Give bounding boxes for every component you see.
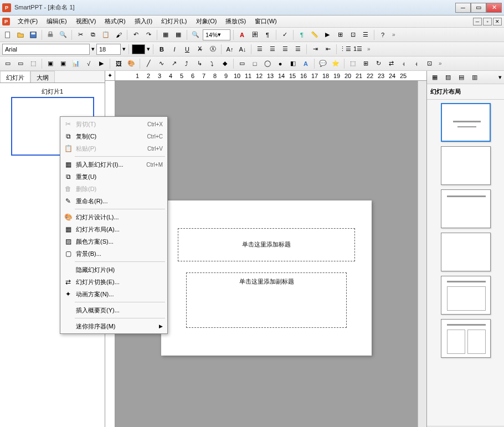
draw-line[interactable]: ╱: [143, 58, 154, 69]
shape-plugin[interactable]: ▣: [58, 58, 69, 69]
minimize-button[interactable]: ─: [455, 3, 471, 13]
shape-frame1[interactable]: ▭: [2, 58, 13, 69]
copy-button[interactable]: ⧉: [88, 29, 99, 40]
subtitle-placeholder[interactable]: 单击这里添加副标题: [186, 272, 347, 328]
shape-chart[interactable]: 📊: [70, 58, 81, 69]
ctx-copy[interactable]: ⧉复制(C)Ctrl+C: [60, 130, 167, 142]
format-painter-button[interactable]: 🖌: [113, 29, 124, 40]
layout-two-content[interactable]: [441, 319, 491, 358]
outline-button[interactable]: ☰: [360, 29, 371, 40]
title-placeholder[interactable]: 单击这里添加标题: [178, 228, 355, 261]
decrease-indent-button[interactable]: ⇤: [322, 44, 333, 55]
draw-connector2[interactable]: ↳: [194, 58, 205, 69]
print-button[interactable]: [45, 29, 56, 40]
taskpane-btn1[interactable]: ▦: [429, 72, 440, 83]
align-center-button[interactable]: ☰: [267, 44, 278, 55]
layout-title-content[interactable]: [441, 276, 491, 315]
shape-media[interactable]: ▶: [96, 58, 107, 69]
insert-table-button[interactable]: ▦: [173, 29, 184, 40]
grid-button[interactable]: ⊞: [335, 29, 346, 40]
shape-text[interactable]: A: [300, 58, 311, 69]
ctx-color-scheme[interactable]: ▨颜色方案(S)...: [60, 235, 167, 248]
font-size-combo[interactable]: 18: [96, 44, 121, 55]
shape-frame3[interactable]: ⬚: [28, 58, 39, 69]
align-button[interactable]: ⫞: [398, 58, 409, 69]
distribute-button[interactable]: ⫞: [411, 58, 422, 69]
align-justify-button[interactable]: ☰: [292, 44, 304, 55]
ctx-duplicate[interactable]: ⧉重复(U): [60, 171, 167, 183]
pilcrow-button[interactable]: ¶: [296, 29, 307, 40]
char-format-button[interactable]: 囲: [249, 29, 260, 40]
draw-connector3[interactable]: ⤵: [207, 58, 218, 69]
taskpane-btn2[interactable]: ▨: [443, 72, 454, 83]
menu-slide[interactable]: 幻灯片(L): [157, 16, 191, 27]
menu-edit[interactable]: 编辑(E): [42, 16, 71, 27]
ctx-insert-slide[interactable]: ▦插入新幻灯片(I)...Ctrl+M: [60, 158, 167, 171]
slide-1[interactable]: 单击这里添加标题 单击这里添加副标题: [161, 200, 372, 356]
ctx-rename[interactable]: ✎重命名(R)...: [60, 195, 167, 207]
ctx-background[interactable]: ▢背景(B)...: [60, 248, 167, 260]
layout-title-slide[interactable]: [441, 103, 491, 142]
zoom-combo[interactable]: 14% ▾: [203, 29, 230, 40]
flip-button[interactable]: ⇄: [385, 58, 397, 69]
open-button[interactable]: [15, 29, 26, 40]
vertical-scrollbar[interactable]: [418, 81, 426, 427]
maximize-button[interactable]: ▭: [471, 3, 486, 13]
save-button[interactable]: [28, 29, 39, 40]
slideshow-button[interactable]: ▶: [322, 29, 333, 40]
draw-curve[interactable]: ∿: [156, 58, 167, 69]
cut-button[interactable]: ✂: [75, 29, 86, 40]
group-button[interactable]: ⊞: [360, 58, 371, 69]
spellcheck-button[interactable]: ✓: [279, 29, 290, 40]
ctx-insert-summary[interactable]: 插入概要页(Y)...: [60, 304, 167, 316]
print-preview-button[interactable]: 🔍: [58, 29, 69, 40]
paste-button[interactable]: 📋: [100, 29, 111, 40]
taskpane-menu[interactable]: ▾: [498, 74, 502, 81]
shape-math[interactable]: √: [83, 58, 94, 69]
shape-image[interactable]: 🖼: [113, 58, 124, 69]
layout-blank[interactable]: [441, 146, 491, 185]
arrange-button[interactable]: ⬚: [347, 58, 358, 69]
bold-button[interactable]: B: [156, 44, 167, 55]
draw-connector1[interactable]: ⤴: [181, 58, 192, 69]
mdi-restore[interactable]: ▫: [483, 18, 492, 25]
shape-star[interactable]: ⭐: [330, 58, 341, 69]
menu-format[interactable]: 格式(R): [100, 16, 130, 27]
bullets-button[interactable]: ⋮☰: [340, 44, 351, 55]
font-name-combo[interactable]: Arial: [2, 44, 90, 55]
new-button[interactable]: [2, 29, 13, 40]
ctx-mini-sorter[interactable]: 迷你排序器(M)▶: [60, 320, 167, 332]
shape-square[interactable]: □: [249, 58, 260, 69]
layout-title-only[interactable]: [441, 189, 491, 228]
numbering-button[interactable]: 1☰: [352, 44, 363, 55]
underline-button[interactable]: U: [182, 44, 193, 55]
toolbar2-overflow[interactable]: »: [367, 46, 371, 52]
taskpane-btn4[interactable]: ▥: [469, 72, 480, 83]
tab-outline[interactable]: 大纲: [30, 71, 55, 83]
tab-slides[interactable]: 幻灯片: [0, 71, 30, 83]
guides-button[interactable]: ⊡: [347, 29, 358, 40]
increase-indent-button[interactable]: ⇥: [310, 44, 321, 55]
menu-window[interactable]: 窗口(W): [250, 16, 281, 27]
italic-button[interactable]: I: [169, 44, 180, 55]
font-dropdown-icon[interactable]: ▾: [91, 45, 95, 53]
color-dropdown-icon[interactable]: ▾: [147, 45, 150, 53]
shadow-button[interactable]: Ⓧ: [207, 44, 218, 55]
ctx-cut[interactable]: ✂剪切(T)Ctrl+X: [60, 118, 167, 130]
zoom-out-button[interactable]: 🔍: [190, 29, 201, 40]
ctx-delete[interactable]: 🗑删除(D): [60, 183, 167, 195]
close-button[interactable]: ✕: [486, 3, 502, 13]
draw-connector4[interactable]: ◆: [219, 58, 230, 69]
redo-button[interactable]: ↷: [143, 29, 154, 40]
shape-circle[interactable]: ●: [275, 58, 286, 69]
taskpane-btn3[interactable]: ▤: [456, 72, 467, 83]
draw-arrow[interactable]: ↗: [168, 58, 179, 69]
insert-slide-button[interactable]: ▦: [160, 29, 171, 40]
strikethrough-button[interactable]: X̶: [194, 44, 205, 55]
ctx-design[interactable]: 🎨幻灯片设计(L)...: [60, 211, 167, 223]
shape-rect[interactable]: ▭: [236, 58, 248, 69]
menu-object[interactable]: 对象(O): [192, 16, 222, 27]
mdi-minimize[interactable]: ─: [473, 18, 482, 25]
align-right-button[interactable]: ☰: [280, 44, 291, 55]
ruler-corner[interactable]: ✦: [105, 71, 115, 80]
